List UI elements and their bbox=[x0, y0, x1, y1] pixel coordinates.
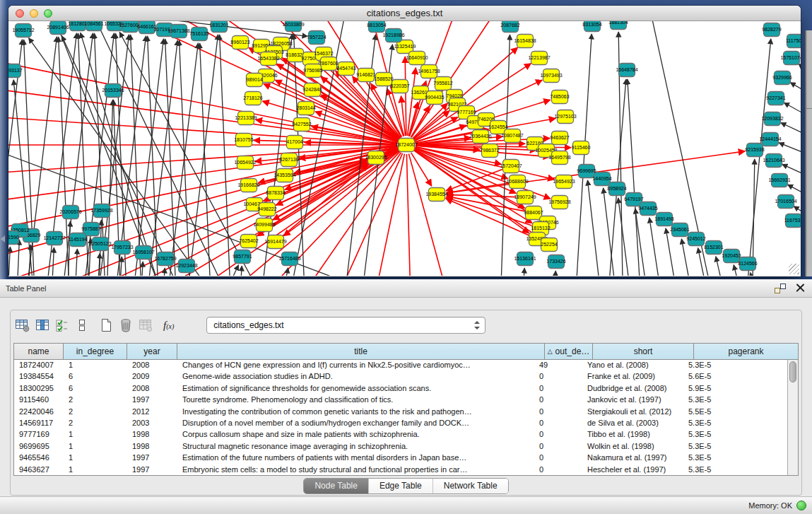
table-cell[interactable]: 1998 bbox=[127, 429, 177, 440]
network-node[interactable]: 8454743 bbox=[336, 62, 355, 76]
network-node[interactable]: 10973493 bbox=[540, 69, 562, 83]
network-node[interactable]: 19671388 bbox=[167, 25, 189, 38]
float-panel-icon[interactable] bbox=[775, 284, 786, 293]
network-node[interactable]: 16958107 bbox=[132, 246, 154, 259]
network-node[interactable]: 14353594 bbox=[273, 169, 295, 182]
table-cell[interactable]: 19384554 bbox=[14, 371, 64, 382]
network-node[interactable]: 1145194 bbox=[69, 233, 88, 247]
table-cell[interactable]: Changes of HCN gene expression and I(f) … bbox=[177, 360, 534, 371]
table-cell[interactable]: Tourette syndrome. Phenomenology and cla… bbox=[177, 395, 534, 406]
network-node[interactable]: 8958924 bbox=[607, 182, 626, 196]
network-node[interactable]: 12975103 bbox=[554, 110, 576, 124]
network-node[interactable]: 7516135 bbox=[189, 28, 208, 41]
window-resize-handle[interactable] bbox=[789, 264, 799, 274]
table-cell[interactable]: 0 bbox=[534, 441, 582, 452]
network-node[interactable]: 10654922 bbox=[234, 156, 256, 170]
network-node[interactable]: 2093137 bbox=[8, 64, 23, 78]
network-node[interactable]: 16640910 bbox=[406, 52, 428, 65]
network-node[interactable]: 331590 bbox=[8, 231, 19, 245]
select-columns-icon[interactable] bbox=[54, 317, 70, 333]
window-titlebar[interactable]: citations_edges.txt bbox=[8, 6, 801, 21]
table-cell[interactable]: 1 bbox=[64, 452, 127, 464]
import-table-icon[interactable] bbox=[138, 317, 153, 333]
network-node[interactable]: 1084561 bbox=[84, 21, 103, 31]
table-row[interactable]: 946362711997Embryonic stem cells: a mode… bbox=[14, 465, 787, 476]
panel-collapse-arrow-icon[interactable] bbox=[1, 235, 5, 243]
network-node[interactable]: 2087682 bbox=[500, 21, 519, 33]
table-cell[interactable]: 14569117 bbox=[14, 418, 64, 429]
network-node[interactable]: 15692931 bbox=[768, 174, 790, 187]
network-node[interactable]: 8813054 bbox=[367, 21, 386, 33]
table-cell[interactable]: 5.3E-5 bbox=[683, 465, 787, 476]
network-node[interactable]: 16495798 bbox=[548, 151, 570, 165]
table-cell[interactable]: 5.3E-5 bbox=[683, 395, 787, 406]
table-cell[interactable]: Estimation of the future numbers of pati… bbox=[177, 452, 534, 464]
network-node[interactable]: 9463627 bbox=[550, 132, 569, 145]
table-cell[interactable]: 6 bbox=[64, 371, 127, 382]
table-cell[interactable]: 0 bbox=[534, 371, 582, 382]
column-header-out-de-[interactable]: △out_de… bbox=[545, 344, 593, 359]
network-node[interactable]: 18724007 bbox=[395, 139, 417, 152]
table-cell[interactable]: 0 bbox=[534, 383, 582, 395]
column-header-title[interactable]: title bbox=[177, 344, 545, 359]
table-cell[interactable]: 1997 bbox=[127, 395, 177, 406]
network-node[interactable]: 1167533 bbox=[784, 214, 801, 228]
table-cell[interactable]: Disruption of a novel member of a sodium… bbox=[177, 418, 534, 429]
table-row[interactable]: 977716911998Corpus callosum shape and si… bbox=[14, 429, 787, 440]
table-cell[interactable]: Nakamura et al. (1997) bbox=[582, 452, 683, 464]
network-node[interactable]: 9329966 bbox=[772, 71, 792, 85]
network-node[interactable]: 1881304 bbox=[608, 21, 628, 30]
table-cell[interactable]: 2 bbox=[64, 395, 127, 406]
table-cell[interactable]: 2003 bbox=[127, 418, 177, 429]
network-node[interactable]: 12213987 bbox=[528, 52, 550, 65]
column-header-in-degree[interactable]: in_degree bbox=[64, 344, 127, 359]
table-select-dropdown[interactable]: citations_edges.txt bbox=[206, 317, 486, 334]
table-cell[interactable]: Investigating the contribution of common… bbox=[177, 407, 534, 418]
table-row[interactable]: 1456911722003Disruption of a novel membe… bbox=[14, 418, 787, 429]
network-node[interactable]: 1810755 bbox=[234, 134, 253, 147]
table-cell[interactable]: de Silva et al. (2003) bbox=[582, 418, 683, 429]
network-node[interactable]: 7955812 bbox=[433, 77, 452, 90]
network-node[interactable]: 2718126 bbox=[243, 92, 262, 105]
network-node[interactable]: 12213389 bbox=[235, 112, 257, 125]
network-node[interactable]: 9857791 bbox=[233, 250, 252, 264]
column-header-year[interactable]: year bbox=[127, 344, 177, 359]
network-node[interactable]: 16543382 bbox=[257, 52, 279, 66]
network-node[interactable]: 14099489 bbox=[253, 218, 275, 232]
close-panel-icon[interactable] bbox=[796, 284, 805, 293]
network-node[interactable]: 16210643 bbox=[763, 154, 784, 168]
network-node[interactable]: 2345061 bbox=[670, 223, 689, 237]
table-cell[interactable]: Wolkin et al. (1998) bbox=[582, 441, 683, 452]
network-node[interactable]: 8124566 bbox=[738, 257, 757, 271]
network-node[interactable]: 10688609 bbox=[506, 175, 528, 189]
network-node[interactable]: 15716485 bbox=[278, 252, 300, 266]
network-canvas[interactable]: 1872400789601238912955182260589127503818… bbox=[8, 21, 801, 276]
table-cell[interactable]: 2012 bbox=[127, 407, 177, 418]
network-node[interactable]: 17016504 bbox=[775, 195, 796, 209]
table-cell[interactable]: 0 bbox=[534, 429, 582, 440]
network-node[interactable]: 17957233 bbox=[111, 241, 133, 255]
network-node[interactable]: 15720407 bbox=[500, 160, 522, 173]
network-node[interactable]: 9474435 bbox=[638, 202, 657, 216]
network-node[interactable]: 15136141 bbox=[514, 252, 536, 266]
table-cell[interactable]: 0 bbox=[534, 418, 582, 429]
table-row[interactable]: 969969511998Structural magnetic resonanc… bbox=[14, 441, 787, 452]
network-node[interactable]: 7857224 bbox=[307, 31, 326, 45]
network-node[interactable]: 19055712 bbox=[12, 24, 34, 37]
table-cell[interactable]: 22420046 bbox=[14, 407, 64, 418]
table-cell[interactable]: 5.9E-5 bbox=[683, 383, 787, 395]
network-node[interactable]: 9242848 bbox=[302, 83, 322, 97]
table-cell[interactable]: 9115460 bbox=[14, 395, 64, 406]
network-node[interactable]: 19654923 bbox=[553, 175, 575, 189]
table-row[interactable]: 946554611997Estimation of the future num… bbox=[14, 452, 787, 464]
network-node[interactable]: 989014 bbox=[246, 74, 262, 87]
table-cell[interactable]: Tibbo et al. (1998) bbox=[582, 429, 683, 440]
network-node[interactable]: 1733426 bbox=[546, 255, 565, 269]
network-node[interactable]: 8267130 bbox=[279, 153, 298, 167]
network-node[interactable]: 8220357 bbox=[390, 80, 409, 93]
table-cell[interactable]: Corpus callosum shape and size in male p… bbox=[177, 429, 534, 440]
delete-table-icon[interactable] bbox=[118, 317, 134, 333]
column-header-short[interactable]: short bbox=[593, 344, 694, 359]
table-cell[interactable]: Estimation of significance thresholds fo… bbox=[177, 383, 534, 395]
table-cell[interactable]: Structural magnetic resonance image aver… bbox=[177, 441, 534, 452]
